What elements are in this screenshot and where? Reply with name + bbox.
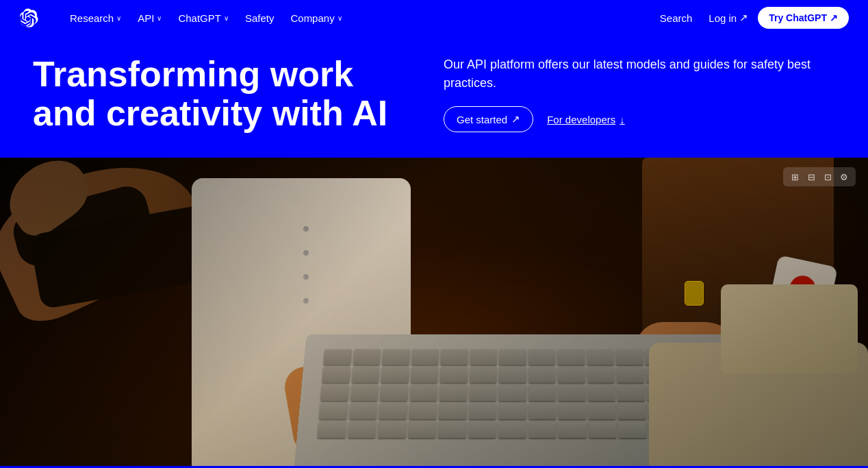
nav-link-api[interactable]: API ∨ <box>131 8 168 28</box>
hero-title: Transforming work and creativity with AI <box>33 55 389 133</box>
nav-right: Search Log in ↗ Try ChatGPT ↗ <box>653 7 849 29</box>
openai-logo[interactable] <box>19 8 38 27</box>
get-started-button[interactable]: Get started ↗ <box>444 106 533 132</box>
image-tool-2[interactable]: ⊟ <box>805 171 817 183</box>
navigation: Research ∨ API ∨ ChatGPT ∨ Safety Compan… <box>0 0 868 36</box>
chevron-down-icon: ∨ <box>224 14 229 22</box>
image-tools-overlay: ⊞ ⊟ ⊡ ⚙ <box>783 167 856 186</box>
chevron-down-icon: ∨ <box>157 14 162 22</box>
hero-description: Our API platform offers our latest model… <box>444 56 827 93</box>
search-button[interactable]: Search <box>653 8 700 28</box>
nav-link-safety[interactable]: Safety <box>238 8 281 28</box>
nav-links: Research ∨ API ∨ ChatGPT ∨ Safety Compan… <box>63 8 653 28</box>
nav-link-chatgpt[interactable]: ChatGPT ∨ <box>171 8 235 28</box>
chevron-down-icon: ∨ <box>337 14 342 22</box>
hero-buttons: Get started ↗ For developers ↓ <box>444 106 835 132</box>
try-chatgpt-button[interactable]: Try ChatGPT ↗ <box>758 7 849 29</box>
nav-link-company[interactable]: Company ∨ <box>283 8 348 28</box>
image-tool-3[interactable]: ⊡ <box>821 171 834 183</box>
nav-link-research[interactable]: Research ∨ <box>63 8 128 28</box>
hero-left: Transforming work and creativity with AI <box>33 55 389 133</box>
image-tool-settings[interactable]: ⚙ <box>838 171 850 183</box>
chevron-down-icon: ∨ <box>116 14 121 22</box>
hero-image-section: ⊞ ⊟ ⊡ ⚙ <box>0 158 868 466</box>
hero-right: Our API platform offers our latest model… <box>444 56 835 132</box>
login-button[interactable]: Log in ↗ <box>702 8 755 28</box>
hero-section: Transforming work and creativity with AI… <box>0 36 868 158</box>
image-tool-1[interactable]: ⊞ <box>789 171 801 183</box>
hero-image: ✈ <box>0 158 868 466</box>
for-developers-button[interactable]: For developers ↓ <box>547 114 625 125</box>
